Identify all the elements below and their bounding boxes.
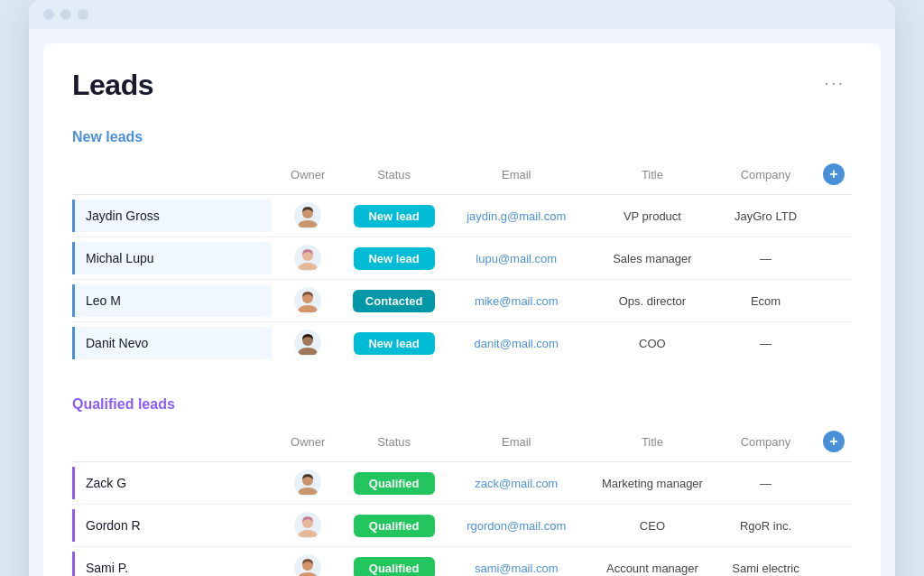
page-header: Leads ···	[72, 69, 852, 102]
owner-cell	[272, 505, 344, 547]
company-cell: RgoR inc.	[716, 505, 816, 547]
new-leads-title: New leads	[72, 129, 852, 145]
action-cell	[816, 547, 852, 577]
title-cell: Account manager	[589, 547, 716, 577]
new-leads-tbody: Jaydin Gross New lead jaydin.g@mail.com …	[72, 195, 852, 365]
table-row[interactable]: Jaydin Gross New lead jaydin.g@mail.com …	[72, 195, 852, 237]
qualified-leads-header-row: Owner Status Email Title Company +	[72, 425, 852, 462]
company-cell: —	[716, 322, 816, 365]
col-email-qual: Email	[444, 425, 589, 462]
add-qualified-lead-button[interactable]: +	[823, 431, 845, 452]
action-cell	[816, 462, 852, 505]
name-cell: Michal Lupu	[72, 237, 272, 280]
status-badge[interactable]: Qualified	[354, 472, 435, 495]
more-button[interactable]: ···	[817, 69, 852, 97]
status-cell[interactable]: Qualified	[344, 505, 444, 547]
action-cell	[816, 195, 852, 237]
status-cell[interactable]: New lead	[344, 237, 444, 280]
table-row[interactable]: Danit Nevo New lead danit@mail.com ‎COO …	[72, 322, 852, 365]
company-cell: Ecom	[716, 280, 816, 322]
dot-3	[78, 9, 88, 20]
email-cell[interactable]: zack@mail.com	[444, 462, 589, 505]
new-leads-table: Owner Status Email Title Company + Jaydi…	[72, 158, 852, 364]
app-window: Leads ··· New leads Owner Status Email T…	[29, 0, 895, 576]
col-title-qual: Title	[589, 425, 716, 462]
company-cell: JayGro LTD	[716, 195, 816, 237]
title-cell: CEO	[589, 505, 716, 547]
company-cell: —	[716, 462, 816, 505]
avatar	[294, 554, 321, 576]
table-row[interactable]: Leo M Contacted mike@mail.com Ops. direc…	[72, 280, 852, 322]
owner-cell	[272, 280, 344, 322]
avatar	[294, 287, 321, 314]
status-badge[interactable]: New lead	[354, 247, 435, 270]
email-cell[interactable]: jaydin.g@mail.com	[444, 195, 589, 237]
action-cell	[816, 505, 852, 547]
lead-name: Jaydin Gross	[86, 209, 160, 223]
table-row[interactable]: Michal Lupu New lead lupu@mail.com Sales…	[72, 237, 852, 280]
qualified-leads-table: Owner Status Email Title Company + Zack …	[72, 425, 852, 576]
table-row[interactable]: Zack G Qualified zack@mail.com Marketing…	[72, 462, 852, 505]
lead-name: Leo M	[86, 293, 121, 308]
lead-name: Zack G	[86, 476, 126, 490]
col-title-new: Title	[589, 158, 716, 195]
status-cell[interactable]: New lead	[344, 195, 444, 237]
owner-cell	[272, 462, 344, 505]
col-add-qual: +	[816, 425, 852, 462]
qualified-leads-title: Qualified leads	[72, 396, 852, 413]
avatar	[294, 330, 321, 357]
status-cell[interactable]: Contacted	[344, 280, 444, 322]
title-cell: Ops. director	[589, 280, 716, 322]
add-new-lead-button[interactable]: +	[823, 163, 845, 185]
col-status-new: Status	[344, 158, 444, 195]
status-badge[interactable]: Qualified	[354, 515, 435, 537]
email-cell[interactable]: lupu@mail.com	[444, 237, 589, 280]
lead-name: Danit Nevo	[86, 336, 148, 350]
col-name-qual	[72, 425, 272, 462]
dot-1	[43, 9, 54, 20]
status-badge[interactable]: New lead	[354, 205, 435, 228]
lead-name: Michal Lupu	[86, 251, 154, 265]
name-cell: Zack G	[72, 462, 272, 505]
avatar	[294, 202, 321, 229]
col-email-new: Email	[444, 158, 589, 195]
email-cell[interactable]: rgordon@mail.com	[444, 505, 589, 547]
status-cell[interactable]: Qualified	[344, 547, 444, 577]
action-cell	[816, 322, 852, 365]
action-cell	[816, 237, 852, 280]
table-row[interactable]: Sami P. Qualified sami@mail.com Account …	[72, 547, 852, 577]
action-cell	[816, 280, 852, 322]
owner-cell	[272, 547, 344, 577]
col-company-qual: Company	[716, 425, 816, 462]
status-cell[interactable]: New lead	[344, 322, 444, 365]
owner-cell	[272, 195, 344, 237]
title-cell: ‎COO	[589, 322, 716, 365]
col-add-new: +	[816, 158, 852, 195]
status-badge[interactable]: Qualified	[354, 557, 435, 577]
name-cell: Gordon R	[72, 505, 272, 547]
status-badge[interactable]: New lead	[354, 332, 435, 355]
col-status-qual: Status	[344, 425, 444, 462]
lead-name: Gordon R	[86, 518, 141, 533]
name-cell: Leo M	[72, 280, 272, 322]
name-cell: Danit Nevo	[72, 322, 272, 365]
col-owner-qual: Owner	[272, 425, 344, 462]
title-cell: VP product	[589, 195, 716, 237]
email-cell[interactable]: danit@mail.com	[444, 322, 589, 365]
name-cell: Jaydin Gross	[72, 195, 272, 237]
status-cell[interactable]: Qualified	[344, 462, 444, 505]
qualified-leads-section: Qualified leads Owner Status Email Title…	[72, 396, 852, 576]
name-cell: Sami P.	[72, 547, 272, 577]
owner-cell	[272, 237, 344, 280]
table-row[interactable]: Gordon R Qualified rgordon@mail.com CEO …	[72, 505, 852, 547]
col-owner-new: Owner	[272, 158, 344, 195]
status-badge[interactable]: Contacted	[353, 290, 436, 312]
new-leads-section: New leads Owner Status Email Title Compa…	[72, 129, 852, 364]
dot-2	[60, 9, 71, 20]
email-cell[interactable]: sami@mail.com	[444, 547, 589, 577]
avatar	[294, 469, 321, 497]
email-cell[interactable]: mike@mail.com	[444, 280, 589, 322]
col-company-new: Company	[716, 158, 816, 195]
title-cell: Sales manager	[589, 237, 716, 280]
title-cell: Marketing manager	[589, 462, 716, 505]
